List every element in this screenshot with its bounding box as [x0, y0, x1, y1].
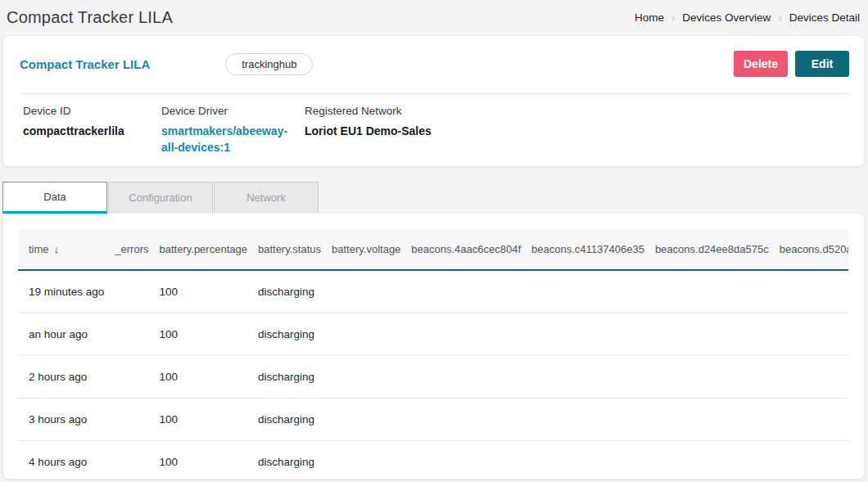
table-cell — [769, 270, 848, 313]
table-cell — [321, 355, 400, 398]
device-tag-badge: trackinghub — [225, 53, 313, 75]
table-cell — [644, 270, 769, 313]
table-cell — [400, 270, 521, 313]
table-cell: discharging — [247, 440, 321, 479]
field-registered-network: Registered Network Loriot EU1 Demo-Sales — [305, 105, 432, 155]
table-cell: an hour ago — [18, 313, 104, 355]
table-cell: 2 hours ago — [18, 355, 104, 398]
table-cell — [521, 355, 644, 398]
table-row: an hour ago100discharging — [18, 313, 848, 355]
column-header-battery.voltage[interactable]: battery.voltage — [321, 229, 400, 270]
data-table-wrap: time↓_errorsbattery.percentagebattery.st… — [18, 229, 848, 479]
device-id-value: compacttrackerlila — [23, 123, 161, 139]
column-header-_errors[interactable]: _errors — [104, 229, 148, 270]
column-header-beacons.d24ee8da575c[interactable]: beacons.d24ee8da575c — [644, 229, 769, 270]
table-cell — [321, 398, 400, 440]
table-cell — [644, 355, 769, 398]
breadcrumb: Home › Devices Overview › Devices Detail — [635, 11, 860, 24]
table-cell — [769, 398, 848, 440]
table-cell: discharging — [247, 270, 321, 313]
tab-network[interactable]: Network — [214, 182, 319, 213]
column-header-beacons.d520a31f8[interactable]: beacons.d520a31f8 — [769, 229, 848, 270]
table-cell — [321, 440, 400, 479]
table-row: 4 hours ago100discharging — [18, 440, 848, 479]
table-header-row: time↓_errorsbattery.percentagebattery.st… — [18, 229, 848, 270]
table-cell — [644, 313, 769, 355]
sort-descending-icon: ↓ — [54, 243, 60, 255]
table-cell: 100 — [149, 440, 247, 479]
column-header-time[interactable]: time↓ — [18, 229, 104, 270]
device-summary-card: Compact Tracker LILA trackinghub Delete … — [3, 36, 864, 166]
top-bar: Compact Tracker LILA Home › Devices Over… — [0, 0, 868, 35]
table-cell — [769, 313, 848, 355]
table-cell — [521, 270, 644, 313]
table-cell — [104, 270, 148, 313]
table-cell: 100 — [149, 355, 247, 398]
table-row: 19 minutes ago100discharging — [18, 270, 848, 313]
table-cell: discharging — [247, 398, 321, 440]
table-cell — [321, 313, 400, 355]
page-title: Compact Tracker LILA — [7, 8, 173, 27]
registered-network-value: Loriot EU1 Demo-Sales — [305, 123, 432, 139]
breadcrumb-home[interactable]: Home — [635, 11, 664, 24]
breadcrumb-devices-detail: Devices Detail — [789, 11, 860, 24]
table-cell: 100 — [149, 398, 247, 440]
table-cell — [104, 355, 148, 398]
device-id-label: Device ID — [23, 105, 161, 117]
column-header-battery.percentage[interactable]: battery.percentage — [149, 229, 247, 270]
data-panel: time↓_errorsbattery.percentagebattery.st… — [3, 214, 864, 479]
table-cell: 4 hours ago — [18, 440, 104, 479]
table-cell — [400, 440, 521, 479]
delete-button[interactable]: Delete — [734, 51, 788, 77]
table-cell — [521, 398, 644, 440]
field-device-id: Device ID compacttrackerlila — [23, 105, 161, 155]
device-driver-link[interactable]: smartmakers/abeeway-all-devices:1 — [161, 123, 294, 155]
edit-button[interactable]: Edit — [795, 51, 849, 77]
column-header-beacons.c41137406e35[interactable]: beacons.c41137406e35 — [521, 229, 644, 270]
tab-bar: Data Configuration Network — [2, 182, 319, 214]
table-cell: discharging — [247, 355, 321, 398]
table-cell — [521, 313, 644, 355]
breadcrumb-separator-icon: › — [778, 11, 781, 24]
table-cell: 100 — [149, 270, 247, 313]
table-row: 2 hours ago100discharging — [18, 355, 848, 398]
registered-network-label: Registered Network — [305, 105, 432, 117]
table-cell — [104, 398, 148, 440]
breadcrumb-separator-icon: › — [671, 11, 675, 24]
field-device-driver: Device Driver smartmakers/abeeway-all-de… — [161, 105, 305, 155]
data-table: time↓_errorsbattery.percentagebattery.st… — [18, 229, 848, 479]
table-cell — [644, 440, 769, 479]
table-cell — [104, 313, 148, 355]
table-cell — [400, 398, 521, 440]
table-cell: 100 — [149, 313, 247, 355]
table-cell — [644, 398, 769, 440]
table-cell: 19 minutes ago — [18, 270, 104, 313]
table-cell — [400, 313, 521, 355]
table-cell: 3 hours ago — [18, 398, 104, 440]
device-name: Compact Tracker LILA — [20, 57, 150, 71]
tab-configuration[interactable]: Configuration — [108, 182, 213, 213]
table-cell — [400, 355, 521, 398]
table-cell: discharging — [247, 313, 321, 355]
breadcrumb-devices-overview[interactable]: Devices Overview — [682, 11, 771, 24]
tab-data[interactable]: Data — [2, 182, 107, 214]
device-driver-label: Device Driver — [161, 105, 305, 117]
table-cell — [769, 440, 848, 479]
table-cell — [769, 355, 848, 398]
device-card-header: Compact Tracker LILA trackinghub Delete … — [3, 36, 864, 92]
table-cell — [521, 440, 644, 479]
column-header-battery.status[interactable]: battery.status — [247, 229, 321, 270]
device-card-body: Device ID compacttrackerlila Device Driv… — [3, 92, 864, 155]
table-cell — [104, 440, 148, 479]
table-row: 3 hours ago100discharging — [18, 398, 848, 440]
column-header-beacons.4aac6cec804f[interactable]: beacons.4aac6cec804f — [400, 229, 521, 270]
table-cell — [321, 270, 400, 313]
